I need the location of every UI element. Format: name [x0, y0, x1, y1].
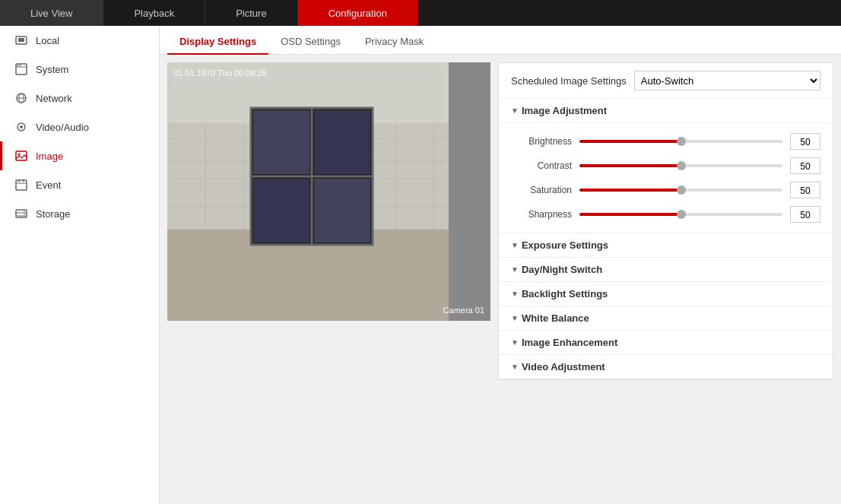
tab-privacy-mask[interactable]: Privacy Mask: [353, 30, 436, 55]
sidebar-item-video-audio[interactable]: Video/Audio: [0, 113, 159, 141]
image-icon: [14, 149, 28, 163]
section-label-exposure: Exposure Settings: [522, 239, 608, 251]
saturation-label: Saturation: [511, 185, 572, 195]
sidebar: Local System Network Video/Audio Image: [0, 26, 160, 504]
svg-point-5: [20, 65, 21, 66]
content-area: Display Settings OSD Settings Privacy Ma…: [160, 26, 841, 504]
svg-rect-45: [314, 179, 370, 242]
nav-playback[interactable]: Playback: [103, 0, 205, 26]
brightness-row: Brightness 50: [499, 129, 833, 154]
chevron-right-icon: ▼: [511, 241, 519, 249]
sidebar-label-network: Network: [36, 93, 72, 104]
svg-rect-13: [16, 180, 27, 190]
svg-rect-44: [253, 179, 309, 242]
sidebar-label-image: Image: [36, 151, 63, 162]
section-label-white-balance: White Balance: [522, 312, 589, 324]
section-label-day-night: Day/Night Switch: [522, 264, 602, 275]
contrast-row: Contrast 50: [499, 154, 833, 178]
main-layout: Local System Network Video/Audio Image: [0, 26, 841, 504]
chevron-right-icon-5: ▼: [511, 338, 519, 347]
sidebar-item-storage[interactable]: Storage: [0, 199, 159, 228]
section-white-balance[interactable]: ▼ White Balance: [499, 306, 833, 331]
saturation-slider[interactable]: [579, 189, 782, 192]
sidebar-label-storage: Storage: [36, 208, 71, 220]
svg-point-4: [17, 65, 19, 66]
saturation-row: Saturation 50: [499, 178, 833, 202]
brightness-value: 50: [790, 133, 820, 150]
sidebar-label-video-audio: Video/Audio: [36, 122, 89, 133]
camera-timestamp: 01 01 1970 Thu 00:08:26: [173, 68, 267, 78]
sharpness-value: 50: [790, 206, 820, 223]
sidebar-item-image[interactable]: Image: [0, 141, 159, 170]
inner-content: 01 01 1970 Thu 00:08:26 Camera 01 Schedu…: [160, 55, 841, 388]
contrast-slider[interactable]: [579, 164, 782, 167]
settings-panel: Scheduled Image Settings Auto-Switch Sch…: [498, 62, 833, 380]
top-navigation: Live View Playback Picture Configuration: [0, 0, 841, 26]
local-icon: [14, 33, 28, 47]
sidebar-label-event: Event: [36, 179, 61, 191]
svg-point-12: [18, 154, 21, 156]
chevron-down-icon: ▼: [511, 106, 519, 115]
sharpness-slider[interactable]: [579, 213, 782, 216]
storage-icon: [14, 207, 28, 220]
section-exposure-settings[interactable]: ▼ Exposure Settings: [499, 233, 833, 258]
video-audio-icon: [14, 120, 28, 134]
sharpness-row: Sharpness 50: [499, 202, 833, 227]
tab-display-settings[interactable]: Display Settings: [167, 30, 268, 55]
tab-osd-settings[interactable]: OSD Settings: [268, 30, 353, 55]
saturation-value: 50: [790, 182, 820, 198]
brightness-label: Brightness: [511, 136, 572, 147]
sidebar-label-local: Local: [36, 35, 59, 46]
contrast-label: Contrast: [511, 160, 572, 171]
section-video-adjustment[interactable]: ▼ Video Adjustment: [499, 355, 833, 379]
section-backlight-settings[interactable]: ▼ Backlight Settings: [499, 282, 833, 306]
sidebar-item-event[interactable]: Event: [0, 170, 159, 199]
svg-rect-42: [253, 110, 309, 174]
scheduled-row: Scheduled Image Settings Auto-Switch Sch…: [499, 63, 833, 99]
chevron-right-icon-6: ▼: [511, 363, 519, 371]
section-image-adjustment[interactable]: ▼ Image Adjustment: [499, 99, 833, 123]
camera-label: Camera 01: [443, 306, 484, 315]
event-icon: [14, 178, 28, 192]
nav-picture[interactable]: Picture: [205, 0, 297, 26]
sharpness-label: Sharpness: [511, 209, 572, 220]
section-image-enhancement[interactable]: ▼ Image Enhancement: [499, 331, 833, 355]
section-label-image-enhancement: Image Enhancement: [522, 337, 617, 348]
scheduled-select[interactable]: Auto-Switch Scheduled Manual: [634, 71, 820, 90]
tabs-bar: Display Settings OSD Settings Privacy Ma…: [160, 26, 841, 55]
sidebar-item-network[interactable]: Network: [0, 84, 159, 113]
section-label-video-adjustment: Video Adjustment: [522, 361, 605, 372]
nav-live-view[interactable]: Live View: [0, 0, 103, 26]
svg-rect-1: [18, 38, 24, 42]
brightness-slider[interactable]: [579, 140, 782, 143]
camera-preview: 01 01 1970 Thu 00:08:26 Camera 01: [167, 62, 490, 321]
network-icon: [14, 91, 28, 105]
section-label-image-adjustment: Image Adjustment: [522, 105, 607, 116]
svg-rect-43: [314, 110, 370, 174]
chevron-right-icon-2: ▼: [511, 265, 519, 274]
svg-point-20: [24, 211, 25, 212]
scheduled-label: Scheduled Image Settings: [511, 75, 627, 87]
section-day-night-switch[interactable]: ▼ Day/Night Switch: [499, 258, 833, 282]
contrast-value: 50: [790, 157, 820, 174]
sidebar-item-system[interactable]: System: [0, 55, 159, 84]
nav-configuration[interactable]: Configuration: [298, 0, 418, 26]
section-content-image-adjustment: Brightness 50 Contrast 50 Saturation: [499, 123, 833, 233]
section-label-backlight: Backlight Settings: [522, 288, 608, 300]
chevron-right-icon-3: ▼: [511, 290, 519, 298]
sidebar-label-system: System: [36, 64, 68, 75]
svg-point-21: [24, 214, 25, 215]
chevron-right-icon-4: ▼: [511, 314, 519, 322]
svg-rect-38: [449, 62, 490, 321]
system-icon: [14, 62, 28, 76]
svg-point-10: [20, 125, 23, 128]
sidebar-item-local[interactable]: Local: [0, 26, 159, 55]
